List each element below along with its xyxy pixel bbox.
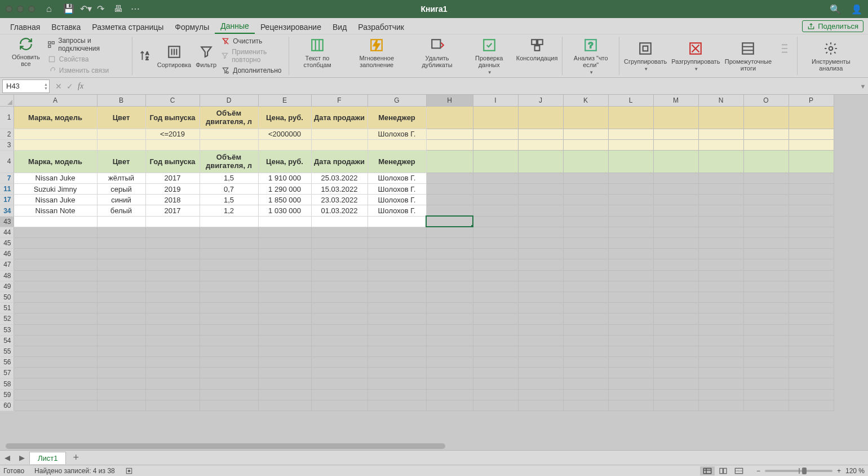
- cell[interactable]: Год выпуска: [145, 106, 200, 129]
- cell[interactable]: 2017: [145, 205, 200, 216]
- cell[interactable]: [653, 368, 698, 378]
- row-header[interactable]: 17: [0, 195, 14, 205]
- cell[interactable]: [789, 139, 834, 150]
- cell[interactable]: [743, 346, 789, 356]
- cell[interactable]: [473, 216, 518, 227]
- cell[interactable]: [698, 378, 743, 389]
- cell[interactable]: [563, 216, 608, 227]
- cell[interactable]: [367, 259, 426, 270]
- cell[interactable]: [258, 368, 311, 378]
- more-icon[interactable]: ⋯: [131, 5, 140, 14]
- cell[interactable]: [426, 378, 473, 389]
- row-header[interactable]: 49: [0, 281, 14, 292]
- cell[interactable]: [97, 292, 145, 302]
- cell[interactable]: [518, 173, 563, 183]
- cell[interactable]: [518, 368, 563, 378]
- sheet-nav-next[interactable]: ▶: [15, 453, 29, 462]
- cell[interactable]: [14, 357, 97, 368]
- cell[interactable]: [311, 324, 367, 335]
- cell[interactable]: [518, 357, 563, 368]
- column-header-L[interactable]: L: [608, 95, 653, 106]
- cell[interactable]: [518, 205, 563, 216]
- cell[interactable]: [311, 292, 367, 302]
- window-controls[interactable]: [6, 6, 35, 12]
- cell[interactable]: [518, 281, 563, 292]
- cell[interactable]: 2017: [145, 173, 200, 183]
- cell[interactable]: [145, 378, 200, 389]
- share-button[interactable]: Поделиться: [802, 20, 863, 32]
- cell[interactable]: Цена, руб.: [258, 106, 311, 129]
- edit-links-button[interactable]: Изменить связи: [47, 65, 127, 76]
- cell[interactable]: [14, 324, 97, 335]
- cell[interactable]: [311, 139, 367, 150]
- spreadsheet-grid[interactable]: ABCDEFGHIJKLMNOP1Марка, модельЦветГод вы…: [0, 95, 868, 442]
- cell[interactable]: [653, 400, 698, 411]
- sheet-tab-active[interactable]: Лист1: [29, 452, 66, 464]
- cell[interactable]: [367, 216, 426, 227]
- cell[interactable]: [563, 173, 608, 183]
- cell[interactable]: [518, 303, 563, 314]
- cell[interactable]: <=2019: [145, 129, 200, 139]
- cell[interactable]: [367, 324, 426, 335]
- maximize-dot[interactable]: [28, 6, 35, 12]
- filter-button[interactable]: Фильтр: [196, 44, 216, 68]
- cell[interactable]: [518, 314, 563, 324]
- cell[interactable]: [200, 139, 258, 150]
- cell[interactable]: [563, 139, 608, 150]
- cell[interactable]: [608, 150, 653, 173]
- horizontal-scrollbar[interactable]: [0, 442, 868, 450]
- cell[interactable]: [563, 106, 608, 129]
- cell[interactable]: [563, 303, 608, 314]
- cell[interactable]: 15.03.2022: [311, 184, 367, 195]
- cell[interactable]: [367, 139, 426, 150]
- cell[interactable]: [97, 357, 145, 368]
- macro-record-icon[interactable]: [125, 467, 133, 475]
- cell[interactable]: [563, 368, 608, 378]
- cell[interactable]: [518, 400, 563, 411]
- cell[interactable]: [653, 173, 698, 183]
- cell[interactable]: [698, 389, 743, 400]
- cell[interactable]: [258, 270, 311, 281]
- cell[interactable]: [97, 216, 145, 227]
- cell[interactable]: [473, 129, 518, 139]
- cell[interactable]: [789, 195, 834, 205]
- cell[interactable]: [258, 281, 311, 292]
- column-header-A[interactable]: A: [14, 95, 97, 106]
- row-header[interactable]: 51: [0, 303, 14, 314]
- cell[interactable]: [311, 357, 367, 368]
- subtotal-button[interactable]: Промежуточные итоги: [724, 41, 772, 72]
- cell[interactable]: [698, 400, 743, 411]
- cell[interactable]: [789, 314, 834, 324]
- cell[interactable]: [698, 227, 743, 237]
- cell[interactable]: [473, 106, 518, 129]
- row-header[interactable]: 7: [0, 173, 14, 183]
- column-header-C[interactable]: C: [145, 95, 200, 106]
- row-header[interactable]: 52: [0, 314, 14, 324]
- view-normal[interactable]: [700, 466, 715, 475]
- cell[interactable]: [608, 303, 653, 314]
- cell[interactable]: [473, 249, 518, 259]
- cell[interactable]: [258, 139, 311, 150]
- cell[interactable]: 23.03.2022: [311, 195, 367, 205]
- column-header-D[interactable]: D: [200, 95, 258, 106]
- flash-fill-button[interactable]: Мгновенное заполнение: [346, 37, 408, 75]
- cell[interactable]: [743, 238, 789, 249]
- cell[interactable]: [563, 346, 608, 356]
- column-header-K[interactable]: K: [563, 95, 608, 106]
- cell[interactable]: [698, 173, 743, 183]
- cell[interactable]: [145, 259, 200, 270]
- cell[interactable]: [608, 173, 653, 183]
- cell[interactable]: 1,5: [200, 195, 258, 205]
- cell[interactable]: [200, 259, 258, 270]
- cell[interactable]: [426, 335, 473, 346]
- cell[interactable]: [14, 259, 97, 270]
- cell[interactable]: [698, 139, 743, 150]
- cell[interactable]: [97, 400, 145, 411]
- cell[interactable]: [14, 139, 97, 150]
- cell[interactable]: [608, 400, 653, 411]
- cell[interactable]: [473, 238, 518, 249]
- cell[interactable]: Шолохов Г.: [367, 195, 426, 205]
- cell[interactable]: [97, 249, 145, 259]
- cell[interactable]: [653, 314, 698, 324]
- cell[interactable]: [653, 303, 698, 314]
